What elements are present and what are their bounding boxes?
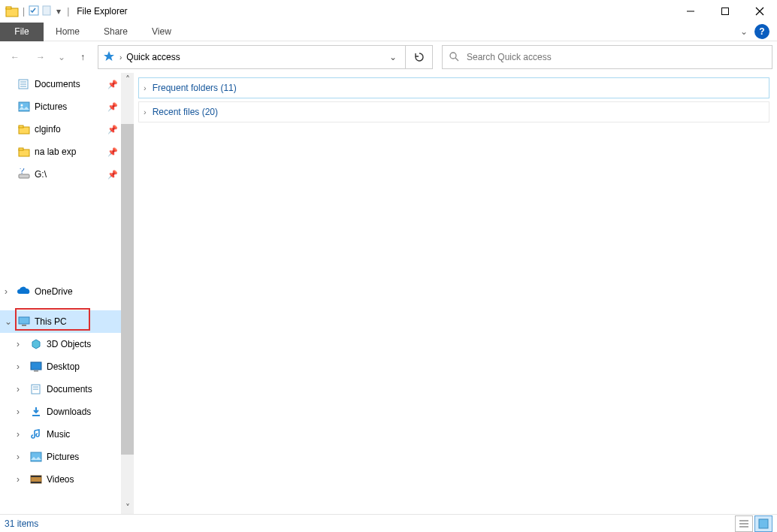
pictures-icon — [17, 99, 32, 114]
breadcrumb[interactable]: Quick access — [126, 52, 385, 62]
chevron-right-icon[interactable]: › — [17, 452, 27, 462]
svg-marker-8 — [104, 51, 114, 61]
pin-icon: 📌 — [107, 80, 121, 89]
tab-home[interactable]: Home — [44, 23, 92, 41]
tab-share[interactable]: Share — [92, 23, 140, 41]
scrollbar-thumb[interactable] — [121, 124, 134, 455]
qat-dropdown-icon[interactable]: ▾ — [53, 6, 64, 17]
svg-rect-3 — [43, 6, 50, 15]
section-label: Recent files (20) — [153, 107, 218, 117]
svg-rect-5 — [722, 8, 729, 15]
sidebar-item-label: Downloads — [47, 407, 121, 417]
status-bar: 31 items — [0, 514, 777, 532]
svg-rect-18 — [19, 125, 23, 128]
forward-button[interactable]: → — [30, 47, 51, 68]
svg-rect-15 — [19, 102, 29, 111]
ribbon-tabs: File Home Share View ⌄ ? — [0, 23, 777, 41]
search-icon — [449, 51, 459, 64]
chevron-right-icon[interactable]: › — [17, 339, 27, 349]
view-details-button[interactable] — [735, 515, 753, 532]
chevron-right-icon[interactable]: › — [17, 429, 27, 440]
refresh-button[interactable] — [406, 45, 433, 69]
pin-icon: 📌 — [107, 170, 121, 180]
svg-line-10 — [455, 58, 458, 61]
tab-view[interactable]: View — [140, 23, 183, 41]
expand-ribbon-icon[interactable]: ⌄ — [736, 26, 751, 37]
recent-locations-button[interactable]: ⌄ — [56, 47, 68, 68]
onedrive-icon — [17, 284, 32, 299]
svg-point-9 — [450, 53, 456, 59]
sidebar-item-pictures[interactable]: Pictures 📌 — [0, 95, 121, 118]
help-icon[interactable]: ? — [754, 24, 769, 39]
content-area: › Frequent folders (11) › Recent files (… — [134, 73, 777, 514]
separator: | — [23, 6, 25, 17]
properties-icon[interactable] — [28, 5, 40, 19]
address-bar[interactable]: › Quick access ⌄ — [98, 45, 406, 69]
sidebar-item-onedrive[interactable]: › OneDrive — [0, 280, 121, 303]
sidebar-item-music[interactable]: › Music — [0, 423, 121, 446]
close-button[interactable] — [742, 0, 777, 23]
chevron-right-icon[interactable]: › — [5, 286, 15, 297]
3d-objects-icon — [29, 337, 44, 352]
sidebar-item-pictures-pc[interactable]: › Pictures — [0, 446, 121, 468]
sidebar-item-desktop[interactable]: › Desktop — [0, 355, 121, 378]
back-button[interactable]: ← — [5, 47, 26, 68]
videos-icon — [29, 472, 44, 487]
chevron-right-icon[interactable]: › — [17, 361, 27, 372]
quick-access-toolbar: ▾ — [28, 5, 64, 19]
sidebar-item-label: Pictures — [35, 101, 107, 112]
search-input[interactable] — [467, 52, 766, 62]
sidebar-item-label: Documents — [35, 79, 107, 89]
svg-rect-1 — [6, 7, 11, 9]
sidebar-item-downloads[interactable]: › Downloads — [0, 401, 121, 423]
navigation-pane: Documents 📌 Pictures 📌 clginfo 📌 na lab … — [0, 73, 134, 514]
section-recent-files[interactable]: › Recent files (20) — [138, 101, 769, 122]
downloads-icon — [29, 404, 44, 419]
minimize-button[interactable] — [673, 0, 708, 23]
sidebar-item-documents-pc[interactable]: › Documents — [0, 378, 121, 401]
file-tab[interactable]: File — [0, 23, 44, 41]
sidebar-item-this-pc[interactable]: ⌄ This PC — [0, 310, 121, 333]
sidebar-item-label: This PC — [35, 316, 121, 327]
section-label: Frequent folders (11) — [153, 83, 237, 93]
address-dropdown-icon[interactable]: ⌄ — [385, 52, 401, 62]
sidebar-item-label: Documents — [47, 384, 121, 394]
sidebar-item-label: Pictures — [47, 452, 121, 462]
view-large-icons-button[interactable] — [754, 515, 772, 532]
pin-icon: 📌 — [107, 102, 121, 112]
desktop-icon — [29, 359, 44, 374]
chevron-right-icon[interactable]: › — [144, 83, 147, 92]
title-bar: | ▾ | File Explorer — [0, 0, 777, 23]
sidebar-item-documents[interactable]: Documents 📌 — [0, 73, 121, 95]
svg-rect-24 — [22, 325, 26, 326]
sidebar-item-3d-objects[interactable]: › 3D Objects — [0, 333, 121, 355]
chevron-right-icon[interactable]: › — [17, 384, 27, 394]
sidebar-item-videos[interactable]: › Videos — [0, 468, 121, 491]
up-button[interactable]: ↑ — [72, 47, 93, 68]
chevron-right-icon[interactable]: › — [144, 107, 147, 116]
status-item-count: 31 items — [5, 518, 38, 529]
svg-point-16 — [21, 104, 23, 107]
sidebar-item-na-lab-exp[interactable]: na lab exp 📌 — [0, 141, 121, 163]
folder-icon — [17, 144, 32, 159]
new-folder-icon[interactable] — [41, 5, 52, 19]
svg-rect-26 — [34, 370, 38, 372]
drive-icon: ? — [17, 167, 32, 182]
search-box[interactable] — [442, 45, 772, 69]
scroll-up-icon[interactable]: ˄ — [121, 73, 134, 86]
svg-rect-23 — [19, 317, 29, 324]
sidebar-item-g-drive[interactable]: ? G:\ 📌 — [0, 163, 121, 186]
chevron-right-icon[interactable]: › — [17, 474, 27, 485]
sidebar-item-clginfo[interactable]: clginfo 📌 — [0, 118, 121, 141]
svg-rect-34 — [31, 482, 41, 483]
chevron-right-icon[interactable]: › — [17, 407, 27, 417]
chevron-down-icon[interactable]: ⌄ — [5, 316, 15, 327]
maximize-button[interactable] — [708, 0, 742, 23]
svg-rect-38 — [759, 519, 768, 528]
section-frequent-folders[interactable]: › Frequent folders (11) — [138, 77, 769, 98]
sidebar-item-label: Desktop — [47, 361, 121, 372]
scroll-down-icon[interactable]: ˅ — [121, 501, 134, 514]
chevron-right-icon[interactable]: › — [119, 53, 122, 62]
separator: | — [67, 6, 69, 17]
navigation-bar: ← → ⌄ ↑ › Quick access ⌄ — [0, 41, 777, 73]
